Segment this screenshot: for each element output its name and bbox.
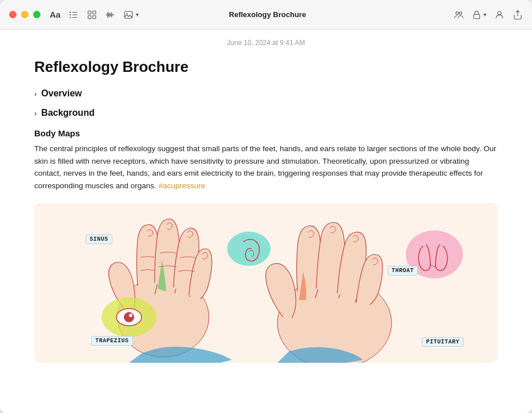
window-title: Reflexology Brochure — [82, 10, 453, 19]
svg-point-3 — [70, 11, 71, 13]
date-header: June 10, 2024 at 9:41 AM — [34, 30, 498, 58]
trapezius-label: TRAPEZIUS — [91, 336, 133, 346]
share-icon[interactable] — [513, 10, 523, 20]
font-button[interactable]: Aa — [50, 10, 61, 19]
overview-heading: Overview — [41, 88, 82, 99]
svg-point-5 — [70, 17, 71, 18]
fullscreen-button[interactable] — [33, 11, 41, 18]
collaborate-icon[interactable] — [453, 10, 464, 20]
minimize-button[interactable] — [21, 11, 29, 18]
body-maps-title: Body Maps — [34, 128, 498, 138]
list-icon[interactable] — [68, 10, 79, 20]
svg-rect-23 — [474, 14, 480, 19]
svg-point-31 — [124, 312, 134, 322]
svg-point-32 — [129, 314, 132, 317]
pituitary-label: PITUITARY — [422, 337, 464, 347]
hand-image: SINUS TRAPEZIUS THROAT PITUITARY — [34, 203, 498, 363]
document-area: June 10, 2024 at 9:41 AM Reflexology Bro… — [0, 30, 532, 413]
overview-chevron: › — [34, 90, 37, 98]
svg-point-4 — [70, 14, 71, 15]
toolbar-right: ▾ — [453, 10, 523, 20]
traffic-lights — [9, 11, 41, 18]
overview-section[interactable]: › Overview — [34, 88, 498, 99]
body-maps-section: Body Maps The central principles of refl… — [34, 128, 498, 192]
body-maps-text: The central principles of reflexology su… — [34, 143, 498, 192]
background-section[interactable]: › Background — [34, 108, 498, 118]
svg-point-22 — [460, 11, 462, 14]
user-icon[interactable] — [494, 10, 505, 20]
svg-point-24 — [498, 11, 501, 15]
titlebar: Aa ▾ Reflexology Brochure — [0, 0, 532, 30]
hashtag[interactable]: #acupressure — [159, 181, 205, 190]
document-title: Reflexology Brochure — [34, 58, 498, 76]
background-heading: Background — [41, 108, 94, 118]
app-window: Aa ▾ Reflexology Brochure — [0, 0, 532, 413]
svg-point-21 — [456, 11, 459, 14]
throat-label: THROAT — [388, 266, 418, 276]
sinus-label: SINUS — [86, 234, 112, 244]
lock-icon[interactable]: ▾ — [471, 10, 486, 20]
background-chevron: › — [34, 109, 37, 118]
close-button[interactable] — [9, 11, 17, 18]
